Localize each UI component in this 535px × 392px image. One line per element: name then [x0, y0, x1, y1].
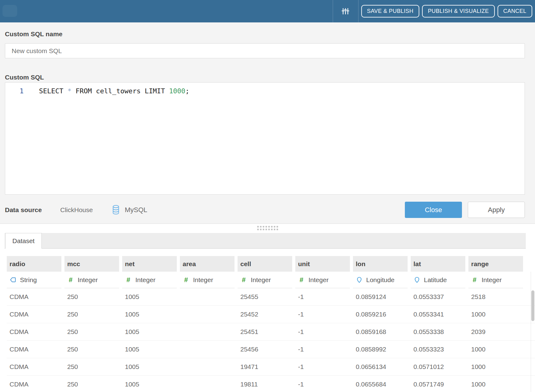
table-cell: 0.0553338	[411, 323, 468, 340]
vertical-scrollbar-thumb[interactable]	[531, 290, 534, 321]
publish-and-visualize-button[interactable]: PUBLISH & VISUALIZE	[422, 5, 495, 17]
table-cell: 0.0553337	[411, 288, 468, 305]
drag-dots-icon	[257, 226, 278, 230]
column-type-radio[interactable]: String	[7, 272, 61, 288]
line-number: 1	[5, 87, 24, 96]
table-row: CDMA250100525455-10.08591240.05533372518	[7, 288, 535, 306]
column-header-cell[interactable]: cell	[238, 256, 295, 272]
table-cell: CDMA	[7, 376, 64, 392]
table-cell: 0.0655684	[353, 376, 411, 392]
table-cell: 25455	[238, 288, 295, 305]
column-type-range[interactable]: #Integer	[468, 272, 523, 288]
table-cell	[180, 376, 238, 392]
save-and-publish-button[interactable]: SAVE & PUBLISH	[361, 5, 419, 17]
column-type-cell[interactable]: #Integer	[238, 272, 292, 288]
table-cell: 0.0858992	[353, 341, 411, 358]
column-type-lat[interactable]: Latitude	[411, 272, 465, 288]
column-header-unit[interactable]: unit	[295, 256, 353, 272]
longitude-type-icon	[355, 276, 363, 283]
table-cell: 1000	[468, 341, 526, 358]
integer-type-icon: #	[67, 276, 75, 284]
column-type-mcc[interactable]: #Integer	[64, 272, 119, 288]
table-cell: CDMA	[7, 306, 64, 323]
datasource-engine: ClickHouse	[60, 206, 93, 214]
table-cell: 1005	[122, 341, 180, 358]
latitude-type-icon	[413, 276, 421, 283]
tab-strip: Dataset	[5, 233, 526, 249]
table-row: CDMA250100525452-10.08592160.05533411000	[7, 306, 535, 323]
table-cell: 250	[64, 323, 122, 340]
integer-type-icon: #	[124, 276, 132, 284]
column-header-lat[interactable]: lat	[411, 256, 468, 272]
custom-sql-label: Custom SQL	[5, 74, 525, 81]
table-cell: 0.0859216	[353, 306, 411, 323]
integer-type-icon: #	[240, 276, 248, 284]
column-header-range[interactable]: range	[468, 256, 526, 272]
table-cell: 1000	[468, 358, 526, 375]
table-cell: 1005	[122, 323, 180, 340]
tab-dataset[interactable]: Dataset	[5, 233, 42, 249]
datasource-database-name: MySQL	[125, 206, 147, 214]
table-cell: 0.0571012	[411, 358, 468, 375]
table-cell: 2518	[468, 288, 526, 305]
apply-button[interactable]: Apply	[468, 202, 525, 218]
custom-sql-name-input[interactable]	[5, 43, 525, 58]
table-cell: 19471	[238, 358, 295, 375]
table-cell: 25451	[238, 323, 295, 340]
table-cell: CDMA	[7, 341, 64, 358]
table-cell: -1	[295, 288, 353, 305]
column-header-radio[interactable]: radio	[7, 256, 64, 272]
table-cell: 2039	[468, 323, 526, 340]
table-cell: 250	[64, 376, 122, 392]
table-cell: CDMA	[7, 323, 64, 340]
datasource-label: Data source	[5, 206, 42, 214]
table-cell: 1005	[122, 358, 180, 375]
table-cell: 0.0553341	[411, 306, 468, 323]
column-header-lon[interactable]: lon	[353, 256, 411, 272]
table-cell: 1005	[122, 376, 180, 392]
table-cell: CDMA	[7, 358, 64, 375]
column-header-net[interactable]: net	[122, 256, 180, 272]
custom-sql-form: Custom SQL name Custom SQL 1 SELECT * FR…	[0, 30, 535, 218]
table-cell: 250	[64, 306, 122, 323]
table-row: CDMA250100519471-10.06561340.05710121000	[7, 358, 535, 376]
table-cell: 0.0859168	[353, 323, 411, 340]
string-type-icon	[9, 276, 17, 283]
dataset-panel: Dataset radiomccnetareacellunitlonlatran…	[0, 223, 535, 392]
table-cell: 250	[64, 288, 122, 305]
table-cell	[180, 288, 238, 305]
editor-line: 1 SELECT * FROM cell_towers LIMIT 1000;	[5, 87, 525, 96]
column-type-net[interactable]: #Integer	[122, 272, 177, 288]
integer-type-icon: #	[297, 276, 305, 284]
table-cell: -1	[295, 376, 353, 392]
table-cell: 1005	[122, 288, 180, 305]
column-type-unit[interactable]: #Integer	[295, 272, 350, 288]
column-type-area[interactable]: #Integer	[180, 272, 235, 288]
sql-code: SELECT * FROM cell_towers LIMIT 1000;	[39, 87, 189, 96]
table-cell: 1005	[122, 306, 180, 323]
toolbar-left-button[interactable]	[2, 5, 17, 17]
table-cell: CDMA	[7, 288, 64, 305]
topbar: SAVE & PUBLISH PUBLISH & VISUALIZE CANCE…	[0, 0, 535, 22]
column-header-mcc[interactable]: mcc	[64, 256, 122, 272]
table-cell: 25452	[238, 306, 295, 323]
table-cell: -1	[295, 323, 353, 340]
sql-editor[interactable]: 1 SELECT * FROM cell_towers LIMIT 1000;	[5, 82, 525, 195]
table-cell: 25456	[238, 341, 295, 358]
column-header-area[interactable]: area	[180, 256, 238, 272]
table-cell: 250	[64, 358, 122, 375]
table-cell: 19811	[238, 376, 295, 392]
table-cell: 0.0553323	[411, 341, 468, 358]
datasource-row: Data source ClickHouse MySQL Close Apply	[5, 202, 525, 218]
panel-resize-handle[interactable]	[0, 224, 535, 232]
close-button[interactable]: Close	[405, 202, 462, 218]
topbar-divider	[358, 0, 359, 22]
table-cell: 0.0571749	[411, 376, 468, 392]
table-row: CDMA250100519811-10.06556840.05717491000	[7, 376, 535, 392]
table-type-row: String#Integer#Integer#Integer#Integer#I…	[7, 272, 535, 288]
table-cell: -1	[295, 341, 353, 358]
column-type-lon[interactable]: Longitude	[353, 272, 408, 288]
cancel-button[interactable]: CANCEL	[498, 5, 532, 17]
sliders-icon[interactable]	[333, 0, 358, 22]
table-header-row: radiomccnetareacellunitlonlatrange	[7, 256, 535, 272]
